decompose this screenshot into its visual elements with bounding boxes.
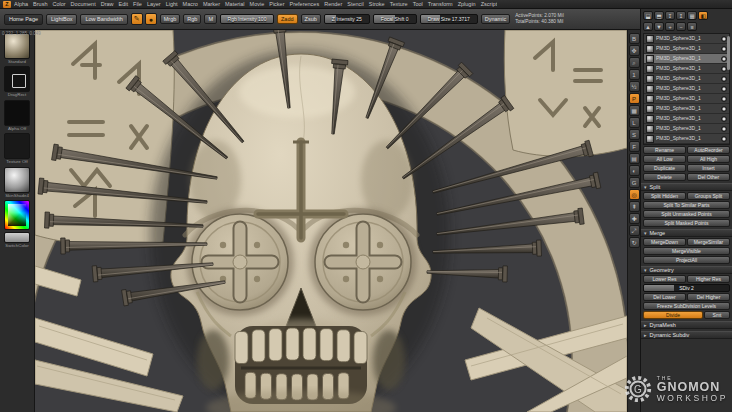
aa-half-icon[interactable]: ½ bbox=[629, 81, 640, 92]
visibility-eye-icon[interactable] bbox=[721, 126, 727, 132]
subtool-row[interactable]: PM3D_Sphere3D_1 bbox=[644, 54, 729, 64]
sdiv-2-slider[interactable]: SDiv 2 bbox=[643, 284, 730, 292]
duplicate-button[interactable]: Duplicate bbox=[643, 164, 686, 172]
freeze-subdivision-levels-button[interactable]: Freeze SubDivision Levels bbox=[643, 302, 730, 310]
tray-collapse-icon[interactable]: ◧ bbox=[698, 11, 708, 20]
menu-alpha[interactable]: Alpha bbox=[14, 1, 28, 7]
visibility-eye-icon[interactable] bbox=[721, 136, 727, 142]
bpr-render-icon[interactable]: B bbox=[629, 33, 640, 44]
all-high-button[interactable]: All High bbox=[687, 155, 730, 163]
smt-button[interactable]: Smt bbox=[704, 311, 730, 319]
z-intensity-slider[interactable]: Z Intensity 25 bbox=[324, 14, 370, 24]
subtool-row[interactable]: PM3D_Sphere3D_1 bbox=[644, 94, 729, 104]
menu-light[interactable]: Light bbox=[166, 1, 178, 7]
menu-material[interactable]: Material bbox=[225, 1, 245, 7]
material-selector[interactable] bbox=[4, 167, 30, 193]
groups-split-button[interactable]: Groups Split bbox=[687, 192, 730, 200]
export-icon[interactable]: ↥ bbox=[676, 11, 686, 20]
menu-marker[interactable]: Marker bbox=[203, 1, 220, 7]
del-higher-button[interactable]: Del Higher bbox=[687, 293, 730, 301]
delete-button[interactable]: Delete bbox=[643, 173, 686, 181]
xpose-icon[interactable]: ⇞ bbox=[629, 201, 640, 212]
mergesimilar-button[interactable]: MergeSimilar bbox=[687, 238, 730, 246]
visibility-eye-icon[interactable] bbox=[721, 76, 727, 82]
subtool-listall-icon[interactable]: ≡ bbox=[687, 22, 697, 31]
menu-texture[interactable]: Texture bbox=[390, 1, 408, 7]
local-icon[interactable]: L bbox=[629, 117, 640, 128]
menu-macro[interactable]: Macro bbox=[183, 1, 198, 7]
menu-stroke[interactable]: Stroke bbox=[369, 1, 385, 7]
import-icon[interactable]: ↧ bbox=[665, 11, 675, 20]
subtool-add-icon[interactable]: + bbox=[665, 22, 675, 31]
section-merge[interactable]: ▾Merge bbox=[641, 229, 732, 237]
menu-zplugin[interactable]: Zplugin bbox=[458, 1, 476, 7]
subtool-scrollbar[interactable] bbox=[727, 36, 730, 70]
split-masked-points-button[interactable]: Split Masked Points bbox=[643, 219, 730, 227]
visibility-eye-icon[interactable] bbox=[721, 116, 727, 122]
menu-stencil[interactable]: Stencil bbox=[347, 1, 364, 7]
home-page-button[interactable]: Home Page bbox=[4, 14, 43, 25]
brush-selector[interactable] bbox=[4, 33, 30, 59]
mergevisible-button[interactable]: MergeVisible bbox=[643, 247, 730, 255]
subtool-remove-icon[interactable]: − bbox=[676, 22, 686, 31]
ghost-icon[interactable]: G bbox=[629, 177, 640, 188]
move-icon[interactable]: ✚ bbox=[629, 213, 640, 224]
lower-res-button[interactable]: Lower Res bbox=[643, 275, 686, 283]
menu-preferences[interactable]: Preferences bbox=[290, 1, 320, 7]
dynamic-button[interactable]: Dynamic bbox=[481, 14, 510, 24]
rgb-intensity-slider[interactable]: Rgb Intensity 100 bbox=[220, 14, 274, 24]
section-dynamic-subdiv[interactable]: ▸Dynamic Subdiv bbox=[641, 331, 732, 339]
split-unmasked-points-button[interactable]: Split Unmasked Points bbox=[643, 210, 730, 218]
menu-render[interactable]: Render bbox=[324, 1, 342, 7]
actual-size-icon[interactable]: 1 bbox=[629, 69, 640, 80]
focal-shift-slider[interactable]: Focal Shift 0 bbox=[373, 14, 417, 24]
subtool-row[interactable]: PM3D_Sphere3D_1 bbox=[644, 64, 729, 74]
subtool-up-icon[interactable]: ▲ bbox=[643, 22, 653, 31]
lsym-icon[interactable]: S bbox=[629, 129, 640, 140]
projectall-button[interactable]: ProjectAll bbox=[643, 256, 730, 264]
polyf-icon[interactable]: ▤ bbox=[629, 153, 640, 164]
menu-transform[interactable]: Transform bbox=[428, 1, 453, 7]
frame-icon[interactable]: F bbox=[629, 141, 640, 152]
menu-edit[interactable]: Edit bbox=[119, 1, 128, 7]
section-dynamesh[interactable]: ▸DynaMesh bbox=[641, 321, 732, 329]
section-split[interactable]: ▾Split bbox=[641, 183, 732, 191]
alpha-selector[interactable] bbox=[4, 100, 30, 126]
del-other-button[interactable]: Del Other bbox=[687, 173, 730, 181]
transp-icon[interactable]: ◐ bbox=[629, 165, 640, 176]
subtool-row[interactable]: PM3D_Sphere3D_1 bbox=[644, 114, 729, 124]
color-picker[interactable] bbox=[4, 200, 30, 230]
subtool-row[interactable]: PM3D_Sphere3D_1 bbox=[644, 124, 729, 134]
higher-res-button[interactable]: Higher Res bbox=[687, 275, 730, 283]
section-geometry[interactable]: ▾Geometry bbox=[641, 266, 732, 274]
mergedown-button[interactable]: MergeDown bbox=[643, 238, 686, 246]
menu-color[interactable]: Color bbox=[52, 1, 65, 7]
document-canvas[interactable] bbox=[35, 30, 627, 412]
m-button[interactable]: M bbox=[204, 14, 217, 24]
zoom-icon[interactable]: ⌕ bbox=[629, 57, 640, 68]
autoreorder-button[interactable]: AutoReorder bbox=[687, 146, 730, 154]
mrgb-button[interactable]: Mrgb bbox=[160, 14, 181, 24]
scale-icon[interactable]: ⤢ bbox=[629, 225, 640, 236]
lightbox-button[interactable]: LightBox bbox=[46, 14, 77, 25]
menu-document[interactable]: Document bbox=[71, 1, 96, 7]
rename-button[interactable]: Rename bbox=[643, 146, 686, 154]
load-tool-icon[interactable]: ⬓ bbox=[643, 11, 653, 20]
zsub-button[interactable]: Zsub bbox=[301, 14, 321, 24]
subtool-row[interactable]: PM3D_Sphere3D_1 bbox=[644, 134, 729, 144]
subtool-row[interactable]: PM3D_Sphere3D_1 bbox=[644, 44, 729, 54]
menu-movie[interactable]: Movie bbox=[250, 1, 265, 7]
visibility-eye-icon[interactable] bbox=[721, 86, 727, 92]
switch-color[interactable] bbox=[4, 232, 30, 243]
scroll-icon[interactable]: ✥ bbox=[629, 45, 640, 56]
menu-draw[interactable]: Draw bbox=[101, 1, 114, 7]
subtool-row[interactable]: PM3D_Sphere3D_1 bbox=[644, 104, 729, 114]
subtool-down-icon[interactable]: ▼ bbox=[654, 22, 664, 31]
menu-brush[interactable]: Brush bbox=[33, 1, 47, 7]
divide-button[interactable]: Divide bbox=[643, 311, 703, 319]
menu-file[interactable]: File bbox=[133, 1, 142, 7]
del-lower-button[interactable]: Del Lower bbox=[643, 293, 686, 301]
rotate-icon[interactable]: ↻ bbox=[629, 237, 640, 248]
split-to-similar-parts-button[interactable]: Split To Similar Parts bbox=[643, 201, 730, 209]
stroke-selector[interactable] bbox=[4, 66, 30, 92]
